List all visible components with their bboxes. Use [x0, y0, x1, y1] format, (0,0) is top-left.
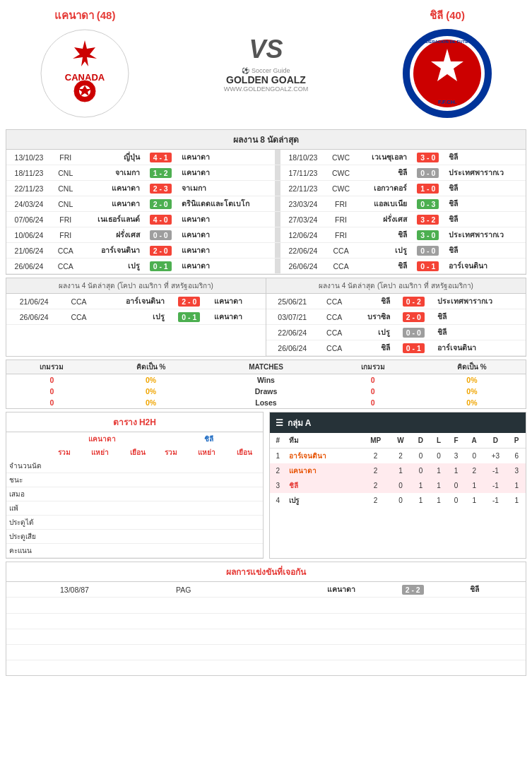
- w: 2: [390, 449, 411, 464]
- team1: บราซิล: [350, 309, 393, 325]
- left-games: 0: [6, 386, 97, 397]
- left-pct: 0%: [97, 397, 205, 408]
- team2: อาร์เจนตินา: [435, 340, 526, 356]
- h2h-row: ชนะ: [6, 473, 263, 487]
- pts: 1: [507, 478, 526, 493]
- h2h-section: ตาราง H2H แคนาดา ชิลี รวม แหย่า เยือน รว…: [6, 412, 264, 559]
- group-title: กลุ่ม A: [288, 416, 312, 429]
- rank: 1: [270, 449, 287, 464]
- chile-logo: F.F.CH. FEDERACION DE FUTBOL: [401, 28, 493, 119]
- h2h-header: ตาราง H2H: [6, 412, 263, 432]
- group-th-f: F: [447, 433, 465, 449]
- h2h-cell-3: [155, 516, 187, 530]
- team2: ชิลี: [467, 582, 526, 598]
- left-team1: จาเมกา: [80, 165, 143, 181]
- team2: แคนาดา: [211, 309, 266, 325]
- h2h-cell-1: [80, 516, 119, 530]
- h2h-cell-3: [155, 459, 187, 473]
- h2h-canada-label: แคนาดา: [49, 432, 155, 446]
- empty-row: [6, 629, 526, 644]
- team1: แคนาดา: [225, 582, 358, 598]
- copa4-right-table: 25/06/21 CCA ชิลี 0 - 2 ประเทศพารากเว 03…: [266, 294, 526, 356]
- stats-th-matches: MATCHES: [205, 360, 328, 374]
- group-section: ☰ กลุ่ม A # ทีม MP W D L F A D P 1 อา: [269, 412, 527, 559]
- left-team2: แคนาดา: [179, 243, 275, 259]
- right-team1: ชิลี: [356, 259, 410, 274]
- left-score: 4 - 1: [143, 150, 179, 165]
- left-score: 4 - 0: [143, 212, 179, 227]
- score: 0 - 2: [393, 294, 435, 309]
- team1: ชิลี: [350, 294, 393, 309]
- left-score: 1 - 2: [143, 165, 179, 181]
- group-th-a: A: [465, 433, 484, 449]
- h2h-cell-1: [80, 501, 119, 516]
- brand-text: ⚽ Soccer Guide GOLDEN GOALZ WWW.GOLDENGO…: [224, 67, 309, 93]
- l: 1: [430, 478, 448, 493]
- copa-right-row: 03/07/21 CCA บราซิล 2 - 0 ชิลี: [266, 309, 526, 325]
- h2h-row-label: จำนวนนัด: [6, 459, 49, 473]
- left-team2: แคนาดา: [179, 212, 275, 227]
- canada-header: แคนาดา (48) CANADA: [14, 7, 155, 119]
- h2h-cell-2: [119, 516, 155, 530]
- h2h-cell-1: [80, 459, 119, 473]
- left-team1: แคนาดา: [80, 181, 143, 196]
- team2: แคนาดา: [211, 294, 266, 309]
- team2: ประเทศพารากเว: [435, 294, 526, 309]
- h2h-team-header: แคนาดา ชิลี: [6, 432, 263, 446]
- h2h-row-label: คะแนน: [6, 544, 49, 558]
- group-row: 1 อาร์เจนตินา 2 2 0 0 3 0 +3 6: [270, 449, 526, 464]
- right-team1: เวเนซุเอลา: [356, 150, 410, 165]
- left-team2: แคนาดา: [179, 259, 275, 274]
- right-date: 12/06/24: [280, 227, 326, 243]
- team-name: ชิลี: [286, 478, 361, 493]
- w: 0: [390, 493, 411, 508]
- l: 1: [430, 493, 448, 508]
- h2h-cell-0: [49, 487, 80, 501]
- h2h-cell-5: [226, 473, 262, 487]
- copa4-section: ผลงาน 4 นัดล่าสุด (โคปา อเมริกา ที่ สหรั…: [6, 278, 526, 357]
- copa-left-row: 21/06/24 CCA อาร์เจนตินา 2 - 0 แคนาดา: [6, 294, 266, 309]
- right-score: 1 - 0: [410, 181, 446, 196]
- recent8-section: ผลงาน 8 นัดล่าสุด 13/10/23 FRI ญี่ปุ่น 4…: [6, 129, 526, 275]
- left-pct: 0%: [97, 386, 205, 397]
- h2h-col-2: แหย่า: [80, 446, 119, 459]
- right-date: 18/10/23: [280, 150, 326, 165]
- team-name: อาร์เจนตินา: [286, 449, 361, 464]
- h2h-col-headers: รวม แหย่า เยือน รวม แหย่า เยือน: [6, 446, 263, 459]
- w: 0: [390, 478, 411, 493]
- d: 0: [411, 463, 430, 478]
- left-comp: CCA: [52, 259, 80, 274]
- right-comp: CCA: [326, 243, 356, 259]
- h2h-col-1: รวม: [49, 446, 80, 459]
- left-date: 07/06/24: [6, 212, 52, 227]
- left-comp: CNL: [52, 196, 80, 212]
- left-team1: ญี่ปุ่น: [80, 150, 143, 165]
- right-score: 3 - 0: [410, 150, 446, 165]
- right-team1: ฝรั่งเศส: [356, 212, 410, 227]
- copa4-left-header: ผลงาน 4 นัดล่าสุด (โคปา อเมริกา ที่ สหรั…: [6, 278, 266, 294]
- left-date: 10/06/24: [6, 227, 52, 243]
- stats-th-right-games: เกมรวม: [327, 360, 418, 374]
- right-team2: ประเทศพารากเว: [446, 227, 526, 243]
- group-table: # ทีม MP W D L F A D P 1 อาร์เจนตินา 2 2…: [270, 433, 526, 508]
- h2h-row-label: เสมอ: [6, 487, 49, 501]
- h2h-cell-1: [80, 473, 119, 487]
- right-team2: ชิลี: [446, 150, 526, 165]
- h2h-col-3: เยือน: [119, 446, 155, 459]
- left-score: 0 - 1: [143, 259, 179, 274]
- chile-header: ชิลี (40) F.F.CH. FEDERACION DE FUTBOL: [377, 7, 518, 119]
- h2h-col-4: รวม: [155, 446, 187, 459]
- h2h-cell-2: [119, 544, 155, 558]
- comp: CCA: [318, 294, 350, 309]
- right-team2: อาร์เจนตินา: [446, 259, 526, 274]
- h2h-cell-0: [49, 530, 80, 544]
- right-date: 27/03/24: [280, 212, 326, 227]
- group-row: 4 เปรู 2 0 1 1 0 1 -1 1: [270, 493, 526, 508]
- right-pct: 0%: [418, 386, 526, 397]
- diff: +3: [484, 449, 508, 464]
- group-row: 3 ชิลี 2 0 1 1 0 1 -1 1: [270, 478, 526, 493]
- h2h-cell-3: [155, 473, 187, 487]
- right-date: 17/11/23: [280, 165, 326, 181]
- h2h-cell-4: [187, 459, 226, 473]
- comp: CCA: [61, 294, 95, 309]
